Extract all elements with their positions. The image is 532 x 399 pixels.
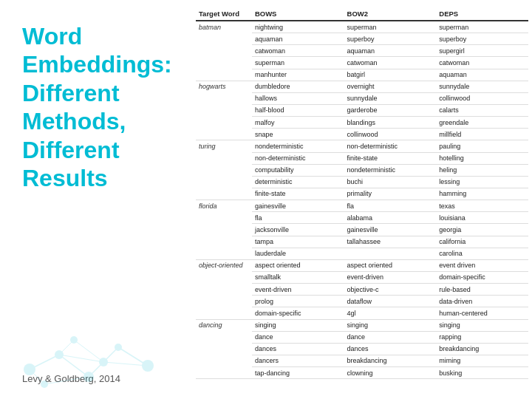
deps-cell: hotelling bbox=[436, 152, 528, 164]
deps-cell: superboy bbox=[436, 33, 528, 45]
deps-cell: aquaman bbox=[436, 69, 528, 81]
bows-cell: finite-state bbox=[252, 188, 344, 200]
bows-cell: dances bbox=[252, 343, 344, 355]
bow2-cell: dataflow bbox=[344, 296, 437, 307]
table-row: object-orientedaspect orientedaspect ori… bbox=[196, 259, 528, 271]
target-word-cell: turing bbox=[196, 140, 252, 200]
bows-cell: aspect oriented bbox=[252, 259, 344, 271]
table-row: dancingsingingsingingsinging bbox=[196, 319, 528, 331]
deps-cell: superman bbox=[436, 21, 528, 33]
deps-cell: carolina bbox=[436, 248, 528, 259]
table-row: turingnondeterministicnon-deterministicp… bbox=[196, 140, 528, 152]
bows-cell: lauderdale bbox=[252, 248, 344, 259]
bows-cell: fla bbox=[252, 212, 344, 224]
bows-cell: gainesville bbox=[252, 200, 344, 212]
deps-cell: breakdancing bbox=[436, 343, 528, 355]
bow2-cell: aspect oriented bbox=[344, 259, 437, 271]
bow2-cell: superman bbox=[344, 21, 437, 33]
deps-cell: rule-based bbox=[436, 284, 528, 296]
bows-cell: non-deterministic bbox=[252, 152, 344, 164]
deps-cell: miming bbox=[436, 355, 528, 366]
svg-line-16 bbox=[103, 362, 148, 366]
left-panel: Word Embeddings: Different Methods, Diff… bbox=[0, 0, 200, 399]
bows-cell: singing bbox=[252, 319, 344, 331]
bows-cell: superman bbox=[252, 57, 344, 69]
bow2-cell: breakdancing bbox=[344, 355, 437, 366]
target-word-cell: batman bbox=[196, 21, 252, 81]
deps-cell: hamming bbox=[436, 188, 528, 200]
bow2-cell: superboy bbox=[344, 33, 437, 45]
deps-cell: sunnydale bbox=[436, 81, 528, 92]
bow2-cell: tallahassee bbox=[344, 236, 437, 248]
deps-cell: millfield bbox=[436, 129, 528, 140]
bow2-cell: fla bbox=[344, 200, 437, 212]
deps-cell: human-centered bbox=[436, 307, 528, 319]
bows-cell: smalltalk bbox=[252, 271, 344, 283]
deps-cell: data-driven bbox=[436, 296, 528, 307]
target-word-cell: florida bbox=[196, 200, 252, 260]
target-word-cell: hogwarts bbox=[196, 81, 252, 140]
bows-cell: tap-dancing bbox=[252, 367, 344, 379]
svg-line-17 bbox=[59, 355, 103, 362]
bows-cell: malfoy bbox=[252, 117, 344, 129]
bows-cell: dumbledore bbox=[252, 81, 344, 92]
bows-cell: computability bbox=[252, 164, 344, 176]
svg-line-15 bbox=[74, 340, 103, 362]
deps-cell: georgia bbox=[436, 224, 528, 236]
header-target: Target Word bbox=[196, 7, 252, 21]
header-deps: DEPS bbox=[436, 7, 528, 21]
bows-cell: prolog bbox=[252, 296, 344, 307]
bow2-cell: primality bbox=[344, 188, 437, 200]
deps-cell: domain-specific bbox=[436, 271, 528, 283]
deps-cell: catwoman bbox=[436, 57, 528, 69]
bows-cell: dance bbox=[252, 331, 344, 343]
deps-cell: event driven bbox=[436, 259, 528, 271]
deps-cell: texas bbox=[436, 200, 528, 212]
bows-cell: nightwing bbox=[252, 21, 344, 33]
table-row: hogwartsdumbledoreovernightsunnydale bbox=[196, 81, 528, 92]
target-word-cell: dancing bbox=[196, 319, 252, 379]
bows-cell: aquaman bbox=[252, 33, 344, 45]
bow2-cell: gainesville bbox=[344, 224, 437, 236]
deps-cell: louisiana bbox=[436, 212, 528, 224]
bow2-cell: batgirl bbox=[344, 69, 437, 81]
bows-cell: jacksonville bbox=[252, 224, 344, 236]
page-title: Word Embeddings: Different Methods, Diff… bbox=[22, 22, 185, 192]
network-decoration-icon bbox=[0, 310, 185, 399]
bows-cell: event-driven bbox=[252, 284, 344, 296]
bows-cell: snape bbox=[252, 129, 344, 140]
deps-cell: pauling bbox=[436, 140, 528, 152]
bow2-cell: garderobe bbox=[344, 104, 437, 116]
svg-line-13 bbox=[44, 377, 89, 384]
bows-cell: nondeterministic bbox=[252, 140, 344, 152]
bow2-cell: objective-c bbox=[344, 284, 437, 296]
target-word-cell: object-oriented bbox=[196, 259, 252, 319]
bow2-cell: 4gl bbox=[344, 307, 437, 319]
svg-line-11 bbox=[118, 347, 148, 366]
bows-cell: tampa bbox=[252, 236, 344, 248]
deps-cell: greendale bbox=[436, 117, 528, 129]
deps-cell: calarts bbox=[436, 104, 528, 116]
bow2-cell: aquaman bbox=[344, 45, 437, 57]
bow2-cell: dance bbox=[344, 331, 437, 343]
deps-cell: busking bbox=[436, 367, 528, 379]
svg-line-12 bbox=[30, 369, 44, 384]
deps-cell: rapping bbox=[436, 331, 528, 343]
bows-cell: dancers bbox=[252, 355, 344, 366]
header-bow2: BOW2 bbox=[344, 7, 437, 21]
deps-cell: california bbox=[436, 236, 528, 248]
bow2-cell: catwoman bbox=[344, 57, 437, 69]
bows-cell: manhunter bbox=[252, 69, 344, 81]
bows-cell: catwoman bbox=[252, 45, 344, 57]
bow2-cell: collinwood bbox=[344, 129, 437, 140]
bow2-cell: sunnydale bbox=[344, 92, 437, 104]
deps-cell: heling bbox=[436, 164, 528, 176]
table-row: batmannightwingsupermansuperman bbox=[196, 21, 528, 33]
deps-cell: supergirl bbox=[436, 45, 528, 57]
table-panel: Target Word BOWS BOW2 DEPS batmannightwi… bbox=[196, 7, 528, 392]
deps-cell: singing bbox=[436, 319, 528, 331]
bows-cell: half-blood bbox=[252, 104, 344, 116]
bow2-cell: clowning bbox=[344, 367, 437, 379]
bow2-cell: singing bbox=[344, 319, 437, 331]
bow2-cell: event-driven bbox=[344, 271, 437, 283]
